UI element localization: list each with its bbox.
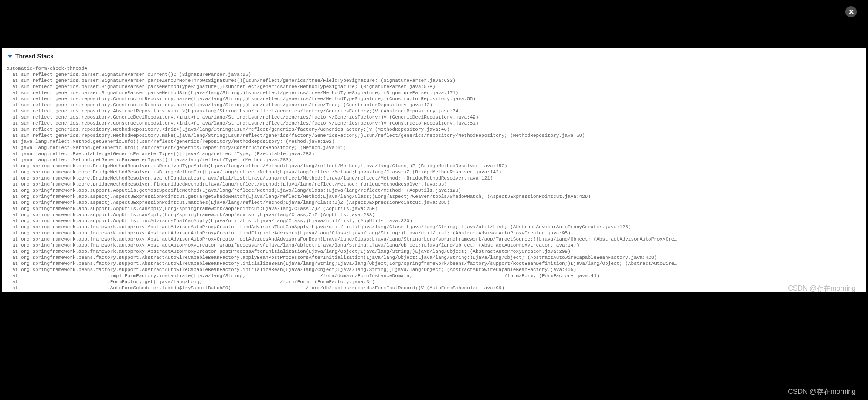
chevron-down-icon (7, 55, 13, 58)
close-button[interactable]: ✕ (845, 6, 857, 17)
panel-title: Thread Stack (15, 53, 54, 60)
stack-trace: automatic-form-check-thread4 at sun.refl… (2, 63, 866, 292)
watermark: CSDN @存在morning (788, 387, 856, 397)
close-icon: ✕ (848, 8, 854, 16)
thread-stack-panel: Thread Stack automatic-form-check-thread… (2, 48, 866, 292)
panel-header[interactable]: Thread Stack (2, 48, 866, 63)
title-bar: ✕ (0, 0, 868, 48)
